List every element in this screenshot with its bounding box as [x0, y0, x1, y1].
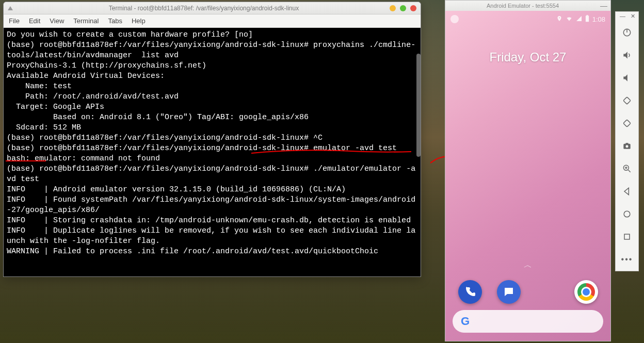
menu-file[interactable]: File: [9, 17, 20, 25]
rotate-right-button[interactable]: [615, 112, 639, 135]
chrome-app-icon[interactable]: [574, 280, 598, 304]
menu-view[interactable]: View: [50, 17, 64, 25]
scrollbar-thumb[interactable]: [416, 54, 421, 157]
messages-app-icon[interactable]: [497, 280, 521, 304]
terminal-body[interactable]: Do you wish to create a custom hardware …: [4, 28, 421, 276]
phone-app-icon[interactable]: [458, 280, 482, 304]
svg-rect-0: [586, 16, 589, 22]
svg-line-10: [629, 170, 631, 172]
svg-point-7: [626, 145, 629, 148]
app-drawer-caret-icon[interactable]: ︿: [524, 260, 532, 271]
zoom-button[interactable]: [615, 157, 639, 180]
svg-rect-1: [586, 15, 588, 16]
assistant-icon[interactable]: [450, 15, 459, 23]
svg-rect-5: [623, 120, 631, 127]
back-button[interactable]: [615, 180, 639, 203]
screenshot-button[interactable]: [615, 135, 639, 157]
maximize-button[interactable]: [400, 5, 406, 11]
emulator-screen-frame: 1:08 Friday, Oct 27 ︿ G: [445, 11, 610, 341]
emulator-titlebar[interactable]: Android Emulator - test:5554 —: [445, 1, 610, 11]
minimize-button[interactable]: [390, 5, 396, 11]
location-icon: [556, 15, 562, 23]
terminal-window: Terminal - root@bbfd11a878ef: /var/files…: [3, 2, 421, 277]
toolbar-close-button[interactable]: ✕: [631, 13, 635, 20]
terminal-titlebar[interactable]: Terminal - root@bbfd11a878ef: /var/files…: [4, 2, 421, 14]
overview-button[interactable]: [615, 225, 639, 248]
svg-rect-8: [626, 143, 629, 144]
terminal-title: Terminal - root@bbfd11a878ef: /var/files…: [18, 5, 390, 12]
emulator-toolbar: — ✕ •••: [615, 11, 639, 271]
menu-terminal[interactable]: Terminal: [73, 17, 99, 25]
empty-dock-slot: [536, 280, 559, 304]
home-dock: [445, 280, 610, 304]
window-menu-icon[interactable]: [8, 6, 13, 10]
emulator-title: Android Emulator - test:5554: [448, 3, 597, 9]
android-status-bar[interactable]: 1:08: [445, 14, 610, 24]
battery-icon: [585, 15, 589, 23]
status-time: 1:08: [592, 15, 605, 23]
volume-down-button[interactable]: [615, 67, 639, 89]
signal-icon: [576, 15, 582, 23]
home-button[interactable]: [615, 203, 639, 225]
menu-help[interactable]: Help: [132, 17, 146, 25]
volume-up-button[interactable]: [615, 44, 639, 67]
wifi-icon: [566, 15, 573, 23]
terminal-scrollbar[interactable]: [415, 54, 421, 276]
close-button[interactable]: [410, 5, 416, 11]
menu-tabs[interactable]: Tabs: [108, 17, 122, 25]
rotate-left-button[interactable]: [615, 89, 639, 112]
power-button[interactable]: [615, 21, 639, 44]
svg-point-13: [624, 211, 630, 217]
emulator-window: Android Emulator - test:5554 —: [445, 0, 611, 341]
svg-rect-14: [624, 234, 630, 239]
terminal-text: Do you wish to create a custom hardware …: [7, 30, 415, 256]
toolbar-minimize-button[interactable]: —: [620, 13, 625, 20]
emulator-screen[interactable]: 1:08 Friday, Oct 27 ︿ G: [445, 11, 610, 341]
svg-rect-4: [623, 97, 631, 104]
terminal-menubar: File Edit View Terminal Tabs Help: [4, 14, 421, 28]
more-button[interactable]: •••: [615, 248, 639, 271]
google-search-bar[interactable]: G: [453, 310, 603, 333]
home-date[interactable]: Friday, Oct 27: [445, 50, 610, 64]
google-logo-icon: G: [461, 315, 470, 328]
menu-edit[interactable]: Edit: [29, 17, 40, 25]
emulator-minimize-button[interactable]: —: [600, 2, 607, 10]
